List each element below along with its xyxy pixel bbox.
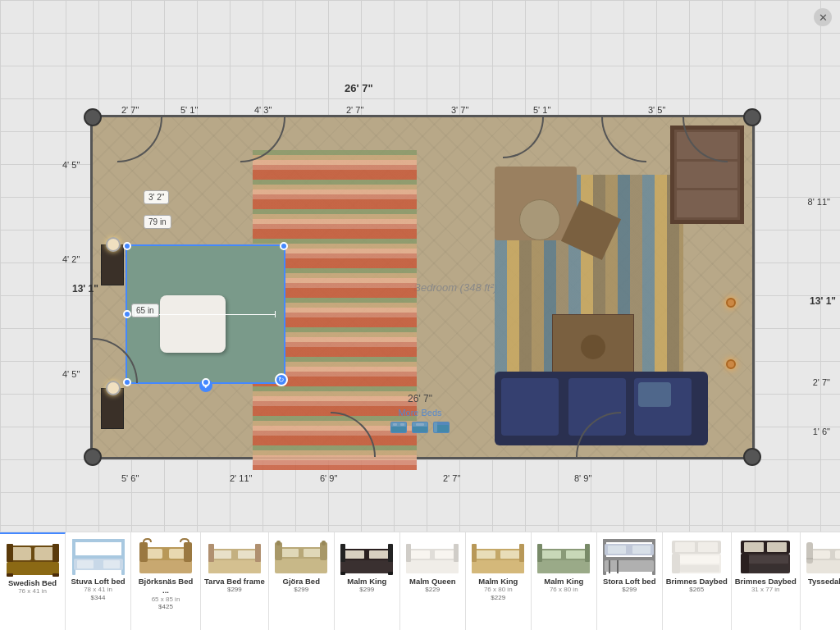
dim-top-5: 3' 7" [451,105,468,115]
svg-rect-69 [585,544,590,562]
handle-bl[interactable] [123,378,131,386]
bed-price-malm-king-2: $229 [491,594,505,601]
svg-rect-50 [340,572,345,575]
svg-rect-79 [632,546,651,554]
bed-card-malm-queen[interactable]: Malm Queen $229 [400,532,466,630]
svg-rect-49 [388,544,393,562]
bed-type-icon-2[interactable] [412,422,428,433]
svg-rect-13 [7,544,13,562]
nightstand-top[interactable] [101,244,124,285]
bed-dims-brimnes-2: 31 x 77 in [751,586,780,594]
dresser-drawer-3 [677,190,737,217]
dim-right-2: 2' 7" [813,377,830,387]
bed-dim-callout: 65 in [131,304,159,317]
svg-rect-62 [472,544,477,562]
svg-rect-3 [400,423,404,426]
svg-rect-54 [408,550,430,559]
bed-name-tyssedal: Tyssedal Bed [808,577,840,586]
svg-rect-51 [388,572,393,575]
bed-card-malm-king-3[interactable]: Malm King 76 x 80 in [532,532,597,630]
corner-handle-br[interactable] [743,448,761,466]
corner-handle-tr[interactable] [743,108,761,126]
bed-card-brimnes-1[interactable]: Brimnes Daybed $265 [663,532,732,630]
more-beds-link[interactable]: More Beds [398,408,441,418]
svg-rect-48 [340,544,345,562]
bed-card-gjora[interactable]: Gjöra Bed $299 [269,532,335,630]
floor-lamp-right[interactable] [726,359,736,369]
dim-top-4: 2' 7" [346,105,363,115]
bed-img-swedish [5,539,61,578]
bed-img-brimnes-1 [669,537,724,577]
dim-top-6: 5' 1" [533,105,550,115]
svg-rect-64 [537,560,590,573]
bed-name-bjorknas: Björksnäs Bed ... [135,577,197,596]
svg-rect-23 [103,560,120,568]
svg-rect-85 [675,542,695,552]
bed-card-stuva[interactable]: Stuva Loft bed 78 x 41 in $344 [66,532,131,630]
bed-card-brimnes-2[interactable]: Brimnes Daybed 31 x 77 in [732,532,801,630]
dim-bottom-3: 6' 9" [320,473,337,483]
svg-rect-46 [342,550,364,559]
svg-rect-73 [603,557,655,560]
bed-card-malm-king[interactable]: Malm King $299 [335,532,400,630]
bed-type-icons [390,422,450,433]
bed-name-stora: Stora Loft bed [603,577,655,586]
bed-type-icon-3[interactable] [433,422,450,433]
svg-rect-55 [435,550,457,559]
bed-img-malm-king-3 [536,537,591,577]
bed-price-malm-king: $299 [359,586,374,593]
svg-rect-24 [139,560,192,573]
bed-size-callout: 3' 2" [144,190,169,204]
coffee-table[interactable] [552,314,634,380]
bed-name-malm-king: Malm King [347,577,386,586]
svg-rect-66 [539,550,561,559]
bed-name-malm-king-3: Malm King [544,577,583,586]
floor-lamp-right-2[interactable] [726,298,736,308]
bed-img-stora [601,537,657,577]
corner-handle-tl[interactable] [84,108,102,126]
svg-rect-42 [276,541,281,546]
nightstand-bottom[interactable] [101,388,124,429]
bed-price-stora: $299 [622,586,637,593]
svg-rect-92 [744,542,764,552]
close-button[interactable]: ✕ [814,8,832,26]
handle-bm[interactable] [202,378,210,386]
handle-tr[interactable] [280,242,288,250]
bed-card-tyssedal[interactable]: Tyssedal Bed [801,532,840,630]
bed-card-swedish[interactable]: Swedish Bed 76 x 41 in [0,532,66,630]
dim-left-1: 4' 5" [62,160,80,170]
dim-bottom-5: 8' 9" [574,473,591,483]
bed-price-gjora: $299 [294,586,308,593]
dim-total-width-top: 26' 7" [345,82,373,94]
bed-card-stora[interactable]: Stora Loft bed $299 [597,532,663,630]
svg-rect-43 [322,541,326,546]
svg-rect-20 [72,555,125,559]
rotate-handle[interactable]: ↻ [275,373,288,386]
bed-type-icon-1[interactable] [390,422,407,433]
svg-rect-47 [369,550,391,559]
svg-rect-44 [340,560,393,573]
bed-price-tarva: $299 [227,586,242,593]
svg-rect-93 [767,542,787,552]
corner-handle-bl[interactable] [84,448,102,466]
bed-name-gjora: Gjöra Bed [283,577,320,586]
handle-tl[interactable] [123,242,131,250]
bed-img-malm-king [339,537,395,577]
handle-ml[interactable] [123,310,131,318]
round-table[interactable] [519,199,560,240]
bed-card-tarva[interactable]: Tarva Bed frame $299 [201,532,269,630]
svg-rect-90 [749,565,788,572]
bed-dims-malm-king-2: 76 x 80 in [484,586,513,594]
svg-rect-4 [413,427,427,432]
svg-rect-63 [519,544,524,562]
total-dim-bottom: 26' 7" [390,393,450,404]
bed-card-malm-king-2[interactable]: Malm King 76 x 80 in $229 [466,532,532,630]
svg-rect-60 [473,550,495,559]
bed-card-bjorknas[interactable]: Björksnäs Bed ... 65 x 85 in $425 [131,532,201,630]
dim-top-2: 5' 1" [180,105,198,115]
bed-dims-malm-king-3: 76 x 80 in [550,586,578,594]
bed-dims-swedish: 76 x 41 in [18,587,47,596]
svg-rect-19 [72,539,125,542]
bed-name-brimnes-1: Brimnes Daybed [666,577,728,586]
bed-img-malm-king-2 [470,537,526,577]
